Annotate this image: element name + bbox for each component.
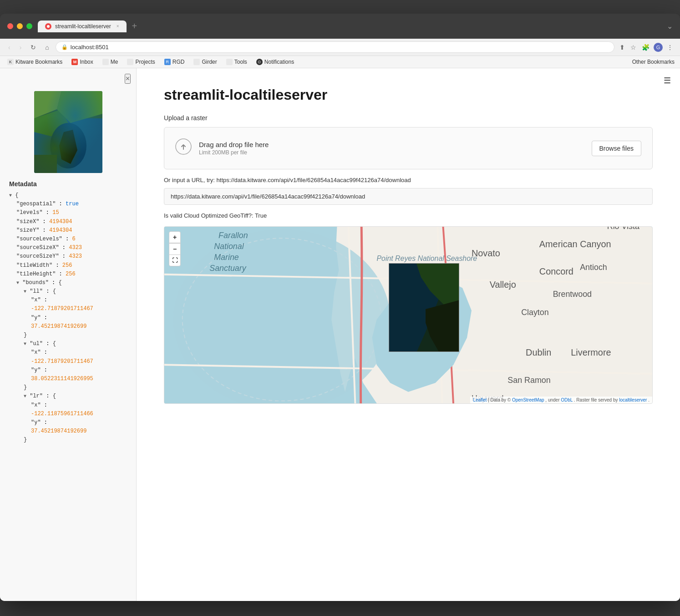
json-tilewidth-val: 256 — [62, 262, 72, 269]
bookmark-projects[interactable]: Projects — [125, 58, 157, 66]
collapse-ul[interactable]: ▼ — [24, 341, 26, 346]
json-levels-key: "levels" — [16, 209, 43, 216]
svg-text:Dublin: Dublin — [526, 347, 551, 357]
svg-point-16 — [173, 229, 390, 403]
map-attribution: Leaflet | Data by © OpenStreetMap , unde… — [470, 397, 652, 403]
page: × Metadata ▼ { — [0, 68, 680, 601]
svg-text:Clayton: Clayton — [521, 308, 549, 317]
url-text: localhost:8501 — [71, 44, 109, 51]
sidebar-close-button[interactable]: × — [125, 74, 131, 84]
zoom-out-button[interactable]: − — [169, 243, 181, 255]
osm-link[interactable]: OpenStreetMap — [512, 397, 544, 402]
collapse-root[interactable]: ▼ — [9, 193, 12, 198]
json-sourcesizey-val: 4323 — [69, 253, 82, 260]
svg-text:Farallon: Farallon — [218, 231, 248, 240]
leaflet-link[interactable]: Leaflet — [473, 397, 487, 402]
json-ul-y-val: 38.0522311141926995 — [31, 376, 93, 382]
bookmark-projects-label: Projects — [135, 59, 155, 65]
json-tree: ▼ { "geospatial" : true "levels" : 15 "s… — [9, 191, 127, 444]
bookmark-kitware[interactable]: K Kitware Bookmarks — [5, 58, 64, 66]
home-button[interactable]: ⌂ — [42, 42, 51, 53]
bookmark-me-label: Me — [111, 59, 118, 65]
girder-favicon — [193, 59, 200, 65]
svg-text:San Ramon: San Ramon — [507, 376, 550, 385]
json-ll-key: "ll" — [30, 288, 43, 295]
profile-icon[interactable]: G — [654, 43, 663, 52]
active-tab[interactable]: streamlit-localtileserver × — [38, 20, 127, 32]
json-sizex-key: "sizeX" — [16, 219, 39, 225]
upload-text-area: Drag and drop file here Limit 200MB per … — [199, 141, 584, 156]
kitware-favicon: K — [7, 59, 14, 65]
bookmark-me[interactable]: Me — [101, 58, 120, 66]
other-bookmarks[interactable]: Other Bookmarks — [632, 59, 675, 65]
extension-icon[interactable]: 🧩 — [640, 42, 651, 52]
svg-text:Concord: Concord — [539, 266, 573, 276]
close-traffic-light[interactable] — [7, 23, 13, 29]
me-favicon — [102, 59, 109, 65]
address-bar[interactable]: 🔒 localhost:8501 — [56, 41, 614, 53]
gmail-favicon: M — [71, 59, 78, 65]
collapse-ll[interactable]: ▼ — [24, 289, 26, 294]
bookmark-rgd-label: RGD — [173, 59, 185, 65]
svg-marker-4 — [34, 91, 61, 118]
attribution-data: | Data by © — [488, 397, 512, 402]
minimize-traffic-light[interactable] — [17, 23, 23, 29]
collapse-bounds[interactable]: ▼ — [16, 280, 19, 285]
attribution-under: , under — [545, 397, 561, 402]
bookmark-notifications-label: Notifications — [264, 59, 294, 65]
bookmark-rgd[interactable]: R RGD — [162, 58, 187, 66]
svg-rect-0 — [34, 91, 102, 173]
map-container: Farallon National Marine Sanctuary Sonom… — [164, 226, 653, 404]
bookmark-inbox-label: Inbox — [80, 59, 93, 65]
json-levels-val: 15 — [52, 209, 59, 216]
maximize-traffic-light[interactable] — [26, 23, 32, 29]
tab-close-button[interactable]: × — [117, 24, 119, 29]
upload-area[interactable]: Drag and drop file here Limit 200MB per … — [164, 127, 653, 169]
expand-map-button[interactable]: ⛶ — [169, 255, 181, 266]
localtileserver-link[interactable]: localtileserver — [619, 397, 647, 402]
share-icon[interactable]: ⬆ — [618, 42, 626, 52]
star-icon[interactable]: ☆ — [629, 42, 638, 52]
json-lr-key: "lr" — [30, 393, 43, 399]
json-tileheight-val: 256 — [66, 271, 76, 277]
json-tilewidth-key: "tileWidth" — [16, 262, 52, 269]
odbl-link[interactable]: ODbL — [561, 397, 573, 402]
svg-rect-7 — [34, 155, 57, 173]
tab-bar: streamlit-localtileserver × + ⌄ — [38, 19, 673, 33]
metadata-title: Metadata — [9, 180, 127, 188]
github-favicon: ⊙ — [256, 59, 263, 65]
json-ul-x-val: -122.71879201711467 — [31, 358, 93, 365]
svg-text:Brentwood: Brentwood — [553, 290, 592, 299]
hamburger-menu[interactable]: ☰ — [664, 76, 671, 86]
url-hint: Or input a URL, try: https://data.kitwar… — [164, 177, 653, 183]
browse-files-button[interactable]: Browse files — [592, 141, 641, 156]
json-bounds-key: "bounds" — [22, 280, 49, 286]
json-lr-y-val: 37.45219874192699 — [31, 428, 86, 434]
json-sourcelevels-val: 6 — [72, 236, 75, 242]
projects-favicon — [127, 59, 133, 65]
svg-text:Vallejo: Vallejo — [490, 280, 516, 290]
json-lr-x-val: -122.11875961711466 — [31, 411, 93, 417]
svg-rect-1 — [34, 118, 102, 173]
json-ll-x-val: -122.71879201711467 — [31, 305, 93, 312]
file-limit-text: Limit 200MB per file — [199, 149, 584, 156]
bookmark-notifications[interactable]: ⊙ Notifications — [254, 58, 296, 66]
zoom-in-button[interactable]: + — [169, 231, 181, 243]
bookmark-girder-label: Girder — [202, 59, 217, 65]
collapse-lr[interactable]: ▼ — [24, 394, 26, 399]
rgd-favicon: R — [164, 59, 171, 65]
json-sourcesizey-key: "sourceSizeY" — [16, 253, 59, 260]
svg-text:National: National — [214, 242, 244, 251]
forward-button[interactable]: › — [17, 42, 25, 53]
new-tab-button[interactable]: + — [128, 19, 141, 33]
bookmark-tools[interactable]: Tools — [224, 58, 249, 66]
refresh-button[interactable]: ↻ — [28, 42, 39, 53]
tab-overflow-button[interactable]: ⌄ — [667, 22, 673, 31]
json-sizey-val: 4194304 — [49, 227, 72, 234]
menu-icon[interactable]: ⋮ — [665, 42, 675, 52]
back-button[interactable]: ‹ — [5, 42, 13, 53]
traffic-lights — [7, 23, 32, 29]
url-input[interactable] — [164, 188, 653, 205]
bookmark-girder[interactable]: Girder — [192, 58, 218, 66]
bookmark-inbox[interactable]: M Inbox — [70, 58, 95, 66]
